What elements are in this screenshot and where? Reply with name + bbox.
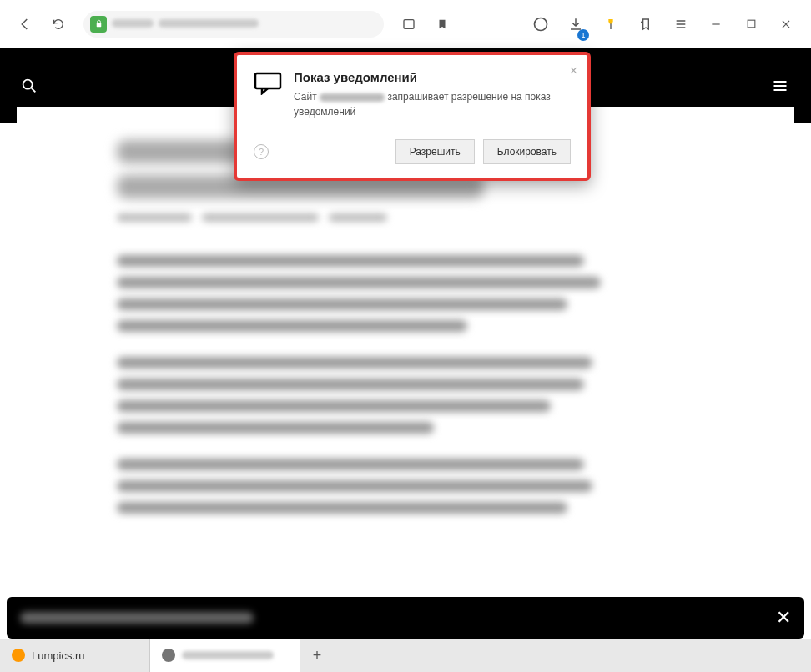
svg-rect-1 [404,19,414,28]
bookmark-icon[interactable] [427,9,457,39]
reload-button[interactable] [43,9,73,39]
reader-icon[interactable] [394,9,424,39]
site-name-redacted [320,93,385,102]
download-badge: 1 [577,29,589,41]
svg-point-5 [23,80,33,89]
allow-button[interactable]: Разрешить [395,139,475,164]
svg-point-2 [535,18,547,30]
back-button[interactable] [10,9,40,39]
tab-label-blurred [182,651,274,659]
lock-icon [90,16,107,33]
dialog-title: Показ уведомлений [294,70,571,84]
url-text [112,19,377,29]
site-menu-icon[interactable] [769,78,791,94]
dialog-close-button[interactable]: × [570,63,577,78]
svg-rect-4 [748,20,755,28]
extension-icon[interactable] [596,9,626,39]
tab-label: Lumpics.ru [32,649,85,662]
help-icon[interactable]: ? [254,144,269,159]
close-window-button[interactable] [771,9,801,39]
favicon-icon [162,649,175,662]
menu-icon[interactable] [666,9,696,39]
bookmarks-panel-icon[interactable] [631,9,661,39]
tab-current[interactable] [150,639,300,672]
cookie-banner: ✕ [7,597,804,639]
favicon-icon [12,649,25,662]
svg-rect-6 [255,73,280,88]
minimize-button[interactable] [701,9,731,39]
maximize-button[interactable] [736,9,766,39]
block-button[interactable]: Блокировать [483,139,571,164]
cookie-text [20,612,254,624]
speech-bubble-icon [254,72,282,95]
downloads-button[interactable]: 1 [561,9,591,39]
svg-rect-0 [96,23,101,28]
cookie-close-button[interactable]: ✕ [776,607,791,629]
notification-permission-dialog: × Показ уведомлений Сайт запрашивает раз… [234,52,591,181]
new-tab-button[interactable]: + [300,639,334,672]
tab-lumpics[interactable]: Lumpics.ru [0,639,150,672]
svg-rect-3 [610,23,611,29]
search-icon[interactable] [20,77,38,95]
yandex-icon[interactable] [526,9,556,39]
address-bar[interactable] [83,11,384,38]
dialog-text: Сайт запрашивает разрешение на показ уве… [294,89,571,119]
tab-strip: Lumpics.ru + [0,639,811,672]
browser-toolbar: 1 [0,0,811,48]
